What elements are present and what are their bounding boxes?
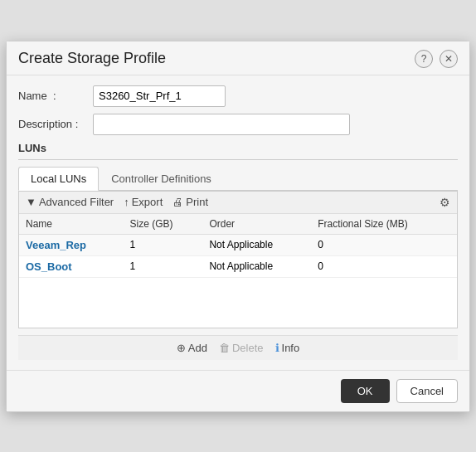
add-button[interactable]: ⊕ Add <box>177 342 207 354</box>
delete-button[interactable]: 🗑 Delete <box>219 342 264 354</box>
help-button[interactable]: ? <box>415 50 433 68</box>
create-storage-profile-dialog: Create Storage Profile ? ✕ Name : Descri… <box>6 41 470 412</box>
description-label: Description : <box>18 118 93 130</box>
table-row: Veeam_Rep 1 Not Applicable 0 <box>19 234 457 255</box>
col-header-name: Name <box>19 214 124 235</box>
name-row: Name : <box>18 85 458 107</box>
luns-divider <box>18 159 458 160</box>
header-icons: ? ✕ <box>415 50 458 68</box>
tab-controller-definitions[interactable]: Controller Definitions <box>99 167 224 191</box>
lun-name-link[interactable]: OS_Boot <box>26 260 72 273</box>
close-button[interactable]: ✕ <box>440 50 458 68</box>
export-icon: ↑ <box>124 196 129 208</box>
row-order: Not Applicable <box>202 255 311 277</box>
row-fractional: 0 <box>311 234 457 255</box>
col-header-size: Size (GB) <box>124 214 203 235</box>
description-row: Description : <box>18 114 458 135</box>
table-row: OS_Boot 1 Not Applicable 0 <box>19 255 457 277</box>
print-button[interactable]: 🖨 Print <box>172 196 208 208</box>
description-field[interactable] <box>93 114 350 135</box>
row-name: Veeam_Rep <box>19 234 124 255</box>
dialog-title: Create Storage Profile <box>18 50 166 67</box>
col-header-order: Order <box>202 214 311 235</box>
dialog-footer: OK Cancel <box>7 370 469 411</box>
info-button[interactable]: ℹ Info <box>275 342 300 354</box>
print-icon: 🖨 <box>172 196 183 208</box>
export-button[interactable]: ↑ Export <box>124 196 163 208</box>
row-size: 1 <box>124 234 203 255</box>
table-container: ▼ Advanced Filter ↑ Export 🖨 Print ⚙ <box>18 191 458 328</box>
row-fractional: 0 <box>311 255 457 277</box>
dialog-header: Create Storage Profile ? ✕ <box>7 41 469 75</box>
table-header-row: Name Size (GB) Order Fractional Size (MB… <box>19 214 457 235</box>
info-icon: ℹ <box>275 342 279 354</box>
cancel-button[interactable]: Cancel <box>396 379 458 403</box>
row-name: OS_Boot <box>19 255 124 277</box>
bottom-toolbar: ⊕ Add 🗑 Delete ℹ Info <box>18 335 458 360</box>
col-header-fractional: Fractional Size (MB) <box>311 214 457 235</box>
table-toolbar: ▼ Advanced Filter ↑ Export 🖨 Print ⚙ <box>19 192 457 214</box>
filter-icon: ▼ <box>26 196 36 208</box>
lun-name-link[interactable]: Veeam_Rep <box>26 239 86 251</box>
tabs-container: Local LUNs Controller Definitions <box>18 167 458 191</box>
luns-section-label: LUNs <box>18 142 458 154</box>
name-label: Name : <box>18 90 93 102</box>
advanced-filter-button[interactable]: ▼ Advanced Filter <box>26 196 114 208</box>
delete-icon: 🗑 <box>219 342 230 354</box>
ok-button[interactable]: OK <box>341 379 390 403</box>
add-icon: ⊕ <box>177 342 186 354</box>
empty-space <box>19 278 457 328</box>
row-order: Not Applicable <box>202 234 311 255</box>
settings-button[interactable]: ⚙ <box>440 196 450 209</box>
dialog-body: Name : Description : LUNs Local LUNs Con… <box>7 75 469 370</box>
luns-table: Name Size (GB) Order Fractional Size (MB… <box>19 214 457 278</box>
tab-local-luns[interactable]: Local LUNs <box>18 167 99 191</box>
name-field[interactable] <box>93 85 226 107</box>
row-size: 1 <box>124 255 203 277</box>
